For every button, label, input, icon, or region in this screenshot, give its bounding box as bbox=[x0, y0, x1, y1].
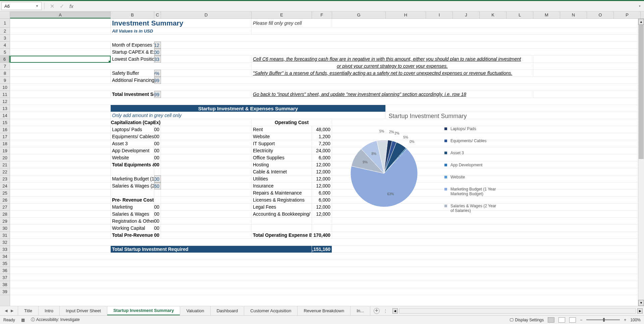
col-header-L[interactable]: L bbox=[506, 11, 533, 18]
cell[interactable] bbox=[111, 190, 154, 197]
row-header-28[interactable]: 28 bbox=[0, 211, 10, 218]
sheet-tab[interactable]: Customer Acquisition bbox=[244, 306, 298, 315]
cell[interactable] bbox=[161, 91, 252, 98]
row-header-15[interactable]: 15 bbox=[0, 119, 10, 126]
cell[interactable] bbox=[10, 239, 641, 246]
cell[interactable] bbox=[10, 119, 111, 126]
cell[interactable] bbox=[332, 246, 641, 253]
cell[interactable] bbox=[154, 190, 161, 197]
cell[interactable] bbox=[10, 182, 111, 190]
cell[interactable] bbox=[161, 168, 252, 175]
cell[interactable] bbox=[10, 232, 111, 239]
col-header-H[interactable]: H bbox=[386, 11, 426, 18]
col-header-O[interactable]: O bbox=[587, 11, 614, 18]
col-header-E[interactable]: E bbox=[252, 11, 312, 18]
cell[interactable] bbox=[386, 105, 641, 112]
row-header-2[interactable]: 2 bbox=[0, 28, 10, 35]
col-header-N[interactable]: N bbox=[560, 11, 587, 18]
cell[interactable] bbox=[10, 218, 111, 225]
cell[interactable] bbox=[154, 197, 161, 204]
col-header-K[interactable]: K bbox=[480, 11, 506, 18]
row-header-9[interactable]: 9 bbox=[0, 77, 10, 84]
cell[interactable] bbox=[10, 260, 641, 267]
row-header-22[interactable]: 22 bbox=[0, 168, 10, 175]
cell[interactable] bbox=[161, 147, 252, 154]
cell[interactable] bbox=[10, 204, 111, 211]
hscroll-left-icon[interactable]: ◀ bbox=[392, 308, 398, 314]
cell[interactable] bbox=[252, 225, 312, 232]
cell[interactable] bbox=[10, 147, 111, 154]
cell[interactable] bbox=[533, 91, 641, 98]
cell[interactable] bbox=[10, 161, 111, 168]
cell[interactable] bbox=[10, 281, 641, 288]
cell[interactable] bbox=[161, 133, 252, 140]
cell[interactable] bbox=[161, 140, 252, 147]
row-header-34[interactable]: 34 bbox=[0, 253, 10, 260]
row-header-11[interactable]: 11 bbox=[0, 91, 10, 98]
cell[interactable] bbox=[533, 70, 641, 77]
macro-icon[interactable]: ▦ bbox=[21, 318, 25, 322]
view-normal-button[interactable] bbox=[548, 317, 554, 323]
row-header-31[interactable]: 31 bbox=[0, 232, 10, 239]
cell[interactable] bbox=[161, 49, 641, 56]
row-header-17[interactable]: 17 bbox=[0, 133, 10, 140]
total-raise-input[interactable]: 2,719,199 bbox=[154, 91, 161, 98]
row-header-36[interactable]: 36 bbox=[0, 267, 10, 274]
row-header-19[interactable]: 19 bbox=[0, 147, 10, 154]
cell[interactable] bbox=[10, 35, 641, 42]
col-header-M[interactable]: M bbox=[533, 11, 560, 18]
row-header-24[interactable]: 24 bbox=[0, 182, 10, 190]
cell[interactable] bbox=[161, 232, 252, 239]
sheet-tab[interactable]: Valuation bbox=[180, 306, 210, 315]
row-header-35[interactable]: 35 bbox=[0, 260, 10, 267]
col-header-D[interactable]: D bbox=[161, 11, 252, 18]
addfin-input[interactable]: 548,799 bbox=[154, 77, 161, 84]
row-header-27[interactable]: 27 bbox=[0, 204, 10, 211]
col-header-G[interactable]: G bbox=[332, 11, 386, 18]
cell[interactable] bbox=[161, 204, 252, 211]
cell[interactable] bbox=[10, 274, 641, 281]
cell[interactable] bbox=[161, 218, 252, 225]
name-box[interactable]: A6 ▼ bbox=[1, 2, 42, 10]
row-header-39[interactable]: 39 bbox=[0, 288, 10, 295]
cell[interactable] bbox=[10, 133, 111, 140]
cell[interactable] bbox=[161, 77, 641, 84]
cell[interactable] bbox=[10, 42, 111, 49]
sheet-tab[interactable]: Dashboard bbox=[210, 306, 245, 315]
row-header-1[interactable]: 1 bbox=[0, 19, 10, 28]
capex-input[interactable]: 2,170,400 bbox=[154, 49, 161, 56]
cell[interactable] bbox=[10, 84, 641, 91]
row-header-7[interactable]: 7 bbox=[0, 63, 10, 70]
cell[interactable] bbox=[10, 77, 111, 84]
cell[interactable] bbox=[312, 225, 332, 232]
cell[interactable] bbox=[252, 218, 312, 225]
zoom-slider[interactable] bbox=[586, 319, 620, 320]
cell[interactable] bbox=[10, 253, 641, 260]
sheet-tab[interactable]: Startup Investment Summary bbox=[107, 306, 180, 315]
display-settings-button[interactable]: 🖵Display Settings bbox=[509, 318, 544, 322]
col-header-J[interactable]: J bbox=[453, 11, 480, 18]
cell[interactable] bbox=[10, 288, 641, 295]
sheet-tab[interactable]: Title bbox=[18, 306, 39, 315]
cell[interactable] bbox=[10, 175, 111, 182]
row-header-38[interactable]: 38 bbox=[0, 281, 10, 288]
cell[interactable] bbox=[10, 98, 641, 105]
cancel-icon[interactable]: ✕ bbox=[47, 3, 57, 9]
row-header-10[interactable]: 10 bbox=[0, 84, 10, 91]
cell[interactable] bbox=[10, 154, 111, 161]
cell[interactable] bbox=[161, 161, 252, 168]
cell[interactable] bbox=[161, 190, 252, 197]
name-box-dropdown-icon[interactable]: ▼ bbox=[36, 4, 39, 8]
marketing-input[interactable]: 2,000,000 bbox=[154, 175, 161, 182]
cell[interactable] bbox=[10, 190, 111, 197]
col-header-C[interactable]: C bbox=[154, 11, 161, 18]
cell[interactable] bbox=[10, 126, 111, 133]
salaries-input[interactable]: 275,760 bbox=[154, 182, 161, 190]
row-header-13[interactable]: 13 bbox=[0, 105, 10, 112]
row-header-32[interactable]: 32 bbox=[0, 239, 10, 246]
row-header-18[interactable]: 18 bbox=[0, 140, 10, 147]
row-header-4[interactable]: 4 bbox=[0, 42, 10, 49]
hscroll-track[interactable] bbox=[399, 308, 636, 314]
col-header-B[interactable]: B bbox=[111, 11, 154, 18]
cell[interactable] bbox=[161, 197, 252, 204]
